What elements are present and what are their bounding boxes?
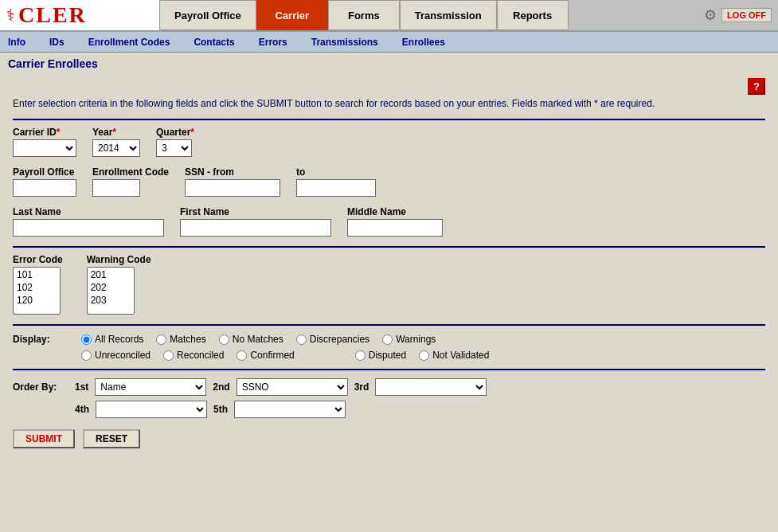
display-row-2: Unreconciled Reconciled Confirmed Disput… xyxy=(13,350,765,361)
tab-payroll-office[interactable]: Payroll Office xyxy=(159,0,256,30)
sub-nav: Info IDs Enrollment Codes Contacts Error… xyxy=(0,32,778,53)
quarter-group: Quarter* 1 2 3 4 xyxy=(156,127,194,157)
first-name-group: First Name xyxy=(180,206,331,237)
instructions: Enter selection criteria in the followin… xyxy=(13,96,765,111)
middle-name-input[interactable] xyxy=(347,219,443,237)
radio-discrepancies[interactable]: Discrepancies xyxy=(296,334,369,345)
radio-not-validated-label: Not Validated xyxy=(432,350,489,361)
order-4th-select[interactable]: Name SSNO xyxy=(96,401,207,418)
tab-forms[interactable]: Forms xyxy=(328,0,400,30)
quarter-select[interactable]: 1 2 3 4 xyxy=(156,139,192,157)
page-title: Carrier Enrollees xyxy=(0,53,778,73)
ssn-from-input[interactable] xyxy=(185,179,280,197)
radio-matches-input[interactable] xyxy=(156,334,166,345)
divider-1 xyxy=(13,119,765,120)
row-names: Last Name First Name Middle Name xyxy=(13,206,765,237)
warning-code-listbox[interactable]: 201 202 203 xyxy=(87,267,135,315)
sub-nav-enrollment-codes[interactable]: Enrollment Codes xyxy=(88,37,170,48)
year-select[interactable]: 2014 2013 2015 xyxy=(92,139,140,157)
radio-disputed-label: Disputed xyxy=(369,350,406,361)
warning-code-group: Warning Code 201 202 203 xyxy=(87,254,151,315)
codes-section: Error Code 101 102 120 Warning Code 201 … xyxy=(13,254,765,315)
error-code-label: Error Code xyxy=(13,254,63,265)
carrier-id-group: Carrier ID* xyxy=(13,127,76,157)
sub-nav-errors[interactable]: Errors xyxy=(259,37,287,48)
tab-carrier[interactable]: Carrier xyxy=(256,0,328,30)
sub-nav-contacts[interactable]: Contacts xyxy=(194,37,234,48)
last-name-input[interactable] xyxy=(13,219,164,237)
payroll-office-input[interactable] xyxy=(13,179,76,197)
help-row: ? xyxy=(13,78,765,95)
log-off-button[interactable]: LOG OFF xyxy=(721,8,772,22)
middle-name-label: Middle Name xyxy=(347,206,443,217)
settings-icon[interactable]: ⚙ xyxy=(704,6,717,24)
sub-nav-transmissions[interactable]: Transmissions xyxy=(311,37,378,48)
header-right: ⚙ LOG OFF xyxy=(698,0,778,30)
orderby-section: Order By: 1st Name -- select -- SSNO Car… xyxy=(13,378,765,418)
radio-reconciled-input[interactable] xyxy=(163,350,174,361)
tab-transmission[interactable]: Transmission xyxy=(400,0,497,30)
radio-all-records-label: All Records xyxy=(95,334,143,345)
warning-code-label: Warning Code xyxy=(87,254,151,265)
radio-not-validated[interactable]: Not Validated xyxy=(419,350,489,361)
reset-button[interactable]: RESET xyxy=(83,429,140,448)
radio-unreconciled[interactable]: Unreconciled xyxy=(81,350,151,361)
radio-no-matches[interactable]: No Matches xyxy=(219,334,283,345)
first-name-input[interactable] xyxy=(180,219,331,237)
radio-disputed[interactable]: Disputed xyxy=(355,350,406,361)
order-2nd-select[interactable]: SSNO -- select -- Name Carrier ID xyxy=(237,378,348,396)
radio-reconciled[interactable]: Reconciled xyxy=(163,350,224,361)
ssn-to-input[interactable] xyxy=(296,179,376,197)
order-5th-select[interactable]: Name SSNO xyxy=(234,401,346,418)
display-section: Display: All Records Matches No Matches … xyxy=(13,334,765,361)
orderby-row-2: 4th Name SSNO 5th Name SSNO xyxy=(13,401,765,418)
ssn-to-label: to xyxy=(296,166,376,178)
radio-matches-label: Matches xyxy=(170,334,205,345)
radio-confirmed[interactable]: Confirmed xyxy=(237,350,294,361)
radio-confirmed-input[interactable] xyxy=(237,350,247,361)
radio-warnings[interactable]: Warnings xyxy=(382,334,436,345)
payroll-office-group: Payroll Office xyxy=(13,166,76,197)
radio-warnings-input[interactable] xyxy=(382,334,393,345)
enrollment-code-input[interactable] xyxy=(92,179,140,197)
divider-3 xyxy=(13,324,765,326)
main-nav: Payroll Office Carrier Forms Transmissio… xyxy=(159,0,698,30)
submit-button[interactable]: SUBMIT xyxy=(13,429,75,448)
error-code-listbox[interactable]: 101 102 120 xyxy=(13,267,61,315)
quarter-label: Quarter* xyxy=(156,127,194,138)
order-3rd-label: 3rd xyxy=(354,381,369,393)
logo-symbol: ⚕ xyxy=(6,6,15,25)
radio-not-validated-input[interactable] xyxy=(419,350,429,361)
last-name-group: Last Name xyxy=(13,206,164,237)
radio-no-matches-label: No Matches xyxy=(233,334,283,345)
order-3rd-select[interactable]: Name SSNO xyxy=(375,378,487,396)
sub-nav-enrollees[interactable]: Enrollees xyxy=(402,37,445,48)
sub-nav-info[interactable]: Info xyxy=(8,37,25,48)
radio-no-matches-input[interactable] xyxy=(219,334,229,345)
radio-all-records[interactable]: All Records xyxy=(81,334,143,345)
radio-matches[interactable]: Matches xyxy=(156,334,205,345)
radio-discrepancies-label: Discrepancies xyxy=(310,334,369,345)
payroll-office-label: Payroll Office xyxy=(13,166,76,178)
tab-reports[interactable]: Reports xyxy=(497,0,569,30)
radio-all-records-input[interactable] xyxy=(81,334,92,345)
radio-discrepancies-input[interactable] xyxy=(296,334,307,345)
sub-nav-ids[interactable]: IDs xyxy=(49,37,65,48)
order-1st-select[interactable]: Name -- select -- SSNO Carrier ID xyxy=(95,378,206,396)
first-name-label: First Name xyxy=(180,206,331,217)
help-button[interactable]: ? xyxy=(748,78,765,95)
app-logo: CLER xyxy=(18,2,87,28)
radio-disputed-input[interactable] xyxy=(355,350,366,361)
radio-reconciled-label: Reconciled xyxy=(177,350,224,361)
ssn-to-group: to xyxy=(296,166,376,197)
radio-unreconciled-label: Unreconciled xyxy=(95,350,151,361)
divider-4 xyxy=(13,369,765,370)
carrier-id-select[interactable] xyxy=(13,139,76,157)
radio-unreconciled-input[interactable] xyxy=(81,350,92,361)
row-payroll-ssn: Payroll Office Enrollment Code SSN - fro… xyxy=(13,166,765,197)
carrier-id-label: Carrier ID* xyxy=(13,127,76,138)
row-carrier-year-quarter: Carrier ID* Year* 2014 2013 2015 Quarter… xyxy=(13,127,765,157)
middle-name-group: Middle Name xyxy=(347,206,443,237)
instructions-text: Enter selection criteria in the followin… xyxy=(13,98,655,109)
year-group: Year* 2014 2013 2015 xyxy=(92,127,140,157)
